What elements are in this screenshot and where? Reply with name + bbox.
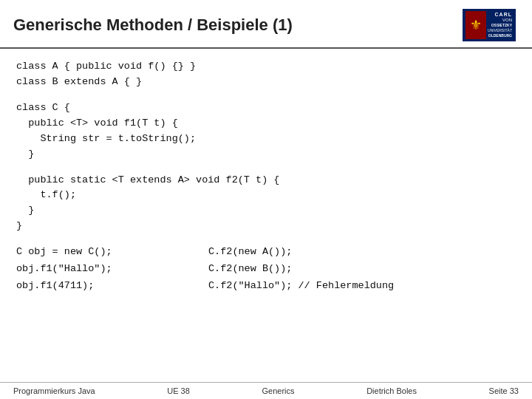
col-right-3: C.f2("Hallo"); // Fehlermeldung bbox=[208, 279, 516, 294]
logo-uni: UNIVERSITÄT bbox=[488, 28, 512, 33]
code-line-2: class B extends A { } bbox=[16, 75, 516, 90]
two-col-row-3: obj.f1(4711); C.f2("Hallo"); // Fehlerme… bbox=[16, 279, 516, 294]
code-line-5: String str = t.toString(); bbox=[16, 132, 516, 147]
slide: Generische Methoden / Beispiele (1) ⚜ CA… bbox=[0, 0, 532, 399]
slide-title: Generische Methoden / Beispiele (1) bbox=[13, 16, 293, 35]
footer-author: Dietrich Boles bbox=[366, 386, 417, 395]
code-line-8: t.f(); bbox=[16, 188, 516, 203]
logo-von: VON bbox=[502, 18, 512, 22]
footer-course: Programmierkurs Java bbox=[13, 386, 95, 395]
slide-content: class A { public void f() {} } class B e… bbox=[0, 49, 532, 382]
col-left-2: obj.f1("Hallo"); bbox=[16, 262, 208, 277]
footer-ue: UE 38 bbox=[167, 386, 190, 395]
col-left-1: C obj = new C(); bbox=[16, 245, 208, 260]
footer: Programmierkurs Java UE 38 Generics Diet… bbox=[0, 382, 532, 399]
logo-ossietzky: OSSIETZKY bbox=[491, 23, 512, 27]
col-right-1: C.f2(new A()); bbox=[208, 245, 516, 260]
code-right-1: C.f2(new A()); bbox=[208, 246, 292, 257]
university-logo: ⚜ CARL VON OSSIETZKY UNIVERSITÄT OLDENBU… bbox=[460, 7, 519, 43]
code-section-4: C obj = new C(); C.f2(new A()); obj.f1("… bbox=[16, 245, 516, 294]
two-col-row-2: obj.f1("Hallo"); C.f2(new B()); bbox=[16, 262, 516, 277]
code-line-7: public static <T extends A> void f2(T t)… bbox=[16, 173, 516, 188]
code-section-1: class A { public void f() {} } class B e… bbox=[16, 59, 516, 90]
code-right-3: C.f2("Hallo"); // Fehlermeldung bbox=[208, 280, 394, 291]
code-left-3: obj.f1(4711); bbox=[16, 280, 94, 291]
logo-oldenburg: OLDENBURG bbox=[488, 33, 512, 38]
code-block: class A { public void f() {} } class B e… bbox=[16, 59, 516, 294]
code-line-3: class C { bbox=[16, 100, 516, 116]
header: Generische Methoden / Beispiele (1) ⚜ CA… bbox=[0, 0, 532, 49]
code-line-1: class A { public void f() {} } bbox=[16, 59, 516, 75]
code-line-4: public <T> void f1(T t) { bbox=[16, 116, 516, 132]
footer-page: Seite 33 bbox=[489, 386, 519, 395]
code-line-10: } bbox=[16, 219, 516, 234]
two-col-row-1: C obj = new C(); C.f2(new A()); bbox=[16, 245, 516, 260]
col-right-2: C.f2(new B()); bbox=[208, 262, 516, 277]
logo-carl: CARL bbox=[495, 12, 512, 17]
code-right-2: C.f2(new B()); bbox=[208, 263, 292, 274]
code-line-6: } bbox=[16, 147, 516, 163]
code-section-3: public static <T extends A> void f2(T t)… bbox=[16, 173, 516, 235]
footer-topic: Generics bbox=[262, 386, 294, 395]
code-line-9: } bbox=[16, 203, 516, 219]
code-section-2: class C { public <T> void f1(T t) { Stri… bbox=[16, 100, 516, 163]
code-left-2: obj.f1("Hallo"); bbox=[16, 263, 112, 274]
col-left-3: obj.f1(4711); bbox=[16, 279, 208, 294]
code-left-1: C obj = new C(); bbox=[16, 246, 112, 257]
logo-emblem: ⚜ bbox=[466, 11, 486, 39]
